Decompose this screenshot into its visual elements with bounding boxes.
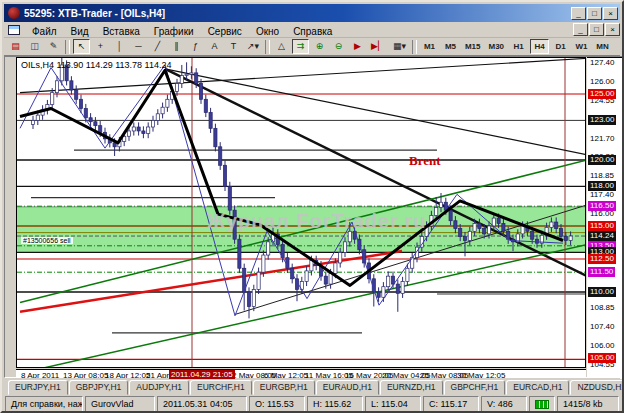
shift-end-button[interactable]: ▶▏ [368, 39, 388, 54]
cursor-hand-button[interactable]: ✎ [45, 39, 62, 54]
status-datetime: 2011.05.31 04:05 [157, 396, 247, 412]
menu-вид[interactable]: Вид [64, 25, 96, 38]
zoom-out-button[interactable]: ⊖ [330, 39, 347, 54]
symbol-tab-eurjpy[interactable]: EURJPY,H1 [8, 380, 68, 395]
symbol-tab-bar: EURJPY,H1GBPJPY,H1AUDJPY,H1EURCHF,H1EURG… [4, 378, 620, 395]
price-tick: 108.85 [590, 303, 614, 312]
menu-вставка[interactable]: Вставка [96, 25, 147, 38]
symbol-tab-euraud[interactable]: EURAUD,H1 [316, 380, 379, 395]
price-level-badge: 125.00 [588, 89, 616, 99]
crosshair-button[interactable]: + [92, 39, 109, 54]
chart-window: OILs,H4 113.90 114.29 113.78 114.24 Журн… [4, 56, 624, 378]
menu-окно[interactable]: Окно [249, 25, 286, 38]
text-button[interactable]: A [206, 39, 223, 54]
signal-icon [535, 400, 549, 409]
watermark: Журнал ForTrader.ru [207, 210, 426, 233]
menu-файл[interactable]: Файл [25, 25, 64, 38]
symbol-tab-eurnzd[interactable]: EURNZD,H1 [380, 380, 443, 395]
zoom-in-button[interactable]: ⊕ [311, 39, 328, 54]
fibonacci-button[interactable]: ƒ [187, 39, 204, 54]
price-level-badge: 115.00 [588, 221, 616, 231]
price-level-badge: 112.50 [588, 254, 616, 264]
price-level-badge: 110.00 [588, 287, 616, 297]
toolbar-separator [265, 40, 270, 54]
price-axis: 127.40126.00124.55121.70120.30118.85117.… [587, 57, 624, 379]
title-bar: 55295: XTB-Trader - [OILs,H4] _ □ × [4, 4, 620, 22]
toolbar-separator [412, 40, 417, 54]
chart-ohlc-header: OILs,H4 113.90 114.29 113.78 114.24 [21, 60, 171, 70]
order-label: #13500656 sell [21, 237, 73, 244]
timeframe-m30-button[interactable]: M30 [486, 39, 508, 54]
price-level-badge: 120.00 [588, 155, 616, 165]
timeframe-m15-button[interactable]: M15 [462, 39, 484, 54]
child-restore-button[interactable]: □ [589, 23, 604, 36]
app-icon [8, 7, 20, 19]
symbol-tab-eurgbp[interactable]: EURGBP,H1 [253, 380, 315, 395]
status-close: C: 115.17 [423, 396, 479, 412]
price-level-badge: 114.24 [588, 231, 616, 241]
price-tick: 127.40 [590, 58, 614, 67]
text-label-button[interactable]: T [225, 39, 242, 54]
status-high: H: 115.62 [307, 396, 363, 412]
time-highlight-badge: 2011.04.29 21:05 [169, 370, 235, 379]
price-tick: 126.00 [590, 77, 614, 86]
status-traffic: 1415/8 kb [557, 396, 619, 412]
vertical-line-button[interactable]: │ [111, 39, 128, 54]
indicators-dropdown-button[interactable]: ▦▾ [390, 39, 409, 54]
toolbar: ▤◫✎↖+│─╱∥ƒAT↗▾△⇉⊕⊖▶▶▏▦▾M1M5M15M30H1H4D1W… [4, 38, 620, 56]
timeframe-h1-button[interactable]: H1 [509, 39, 528, 54]
price-level-badge: 111.50 [588, 267, 615, 277]
toolbar-separator [65, 40, 70, 54]
price-level-badge: 118.00 [588, 181, 616, 191]
child-minimize-button[interactable]: _ [573, 23, 588, 36]
status-help: Для справки, нажмите F1 [5, 396, 83, 412]
status-low: L: 115.04 [365, 396, 421, 412]
status-volume: V: 486 [481, 396, 527, 412]
equidistant-channel-button[interactable]: ∥ [168, 39, 185, 54]
chart-window-icon[interactable] [8, 25, 20, 35]
timeframe-mn-button[interactable]: MN [593, 39, 612, 54]
child-close-button[interactable]: × [605, 23, 620, 36]
chart-plot[interactable]: OILs,H4 113.90 114.29 113.78 114.24 Журн… [16, 57, 586, 368]
price-tick: 106.00 [590, 341, 614, 350]
menu-сервис[interactable]: Сервис [201, 25, 249, 38]
symbol-tab-eurchf[interactable]: EURCHF,H1 [190, 380, 252, 395]
status-bar: Для справки, нажмите F1 GurovVlad 2011.0… [4, 395, 620, 413]
price-level-badge: 123.00 [588, 115, 616, 125]
brent-annotation: Brent [409, 153, 441, 169]
symbol-tab-audjpy[interactable]: AUDJPY,H1 [129, 380, 189, 395]
minimize-button[interactable]: _ [571, 7, 586, 20]
timeframe-h4-button[interactable]: H4 [530, 39, 549, 54]
symbol-tab-gbpchf[interactable]: GBPCHF,H1 [444, 380, 506, 395]
price-tick: 121.70 [590, 134, 614, 143]
timeframe-m1-button[interactable]: M1 [420, 39, 439, 54]
timeframe-m5-button[interactable]: M5 [441, 39, 460, 54]
symbol-tab-eurcad[interactable]: EURCAD,H1 [506, 380, 569, 395]
symbol-tab-gbpjpy[interactable]: GBPJPY,H1 [69, 380, 129, 395]
maximize-button[interactable]: □ [587, 7, 602, 20]
channel-tool-button[interactable]: △ [273, 39, 290, 54]
menu-справка[interactable]: Справка [286, 25, 339, 38]
price-tick: 107.40 [590, 322, 614, 331]
close-button[interactable]: × [603, 7, 618, 20]
profiles-button[interactable]: ◫ [26, 39, 43, 54]
price-level-badge: 105.00 [588, 353, 616, 363]
symbol-tab-nzdusd[interactable]: NZDUSD,H1 [570, 380, 624, 395]
new-chart-button[interactable]: ▤ [7, 39, 24, 54]
trendline-button[interactable]: ╱ [149, 39, 166, 54]
connection-status [529, 396, 555, 412]
timeframe-w1-button[interactable]: W1 [572, 39, 591, 54]
menu-bar: ФайлВидВставкаГрафикиСервисОкноСправка _… [4, 22, 620, 38]
xtb-trader-window: 55295: XTB-Trader - [OILs,H4] _ □ × Файл… [0, 0, 624, 413]
cursor-button[interactable]: ↖ [73, 39, 90, 54]
price-level-badge: 116.50 [588, 201, 616, 211]
horizontal-line-button[interactable]: ─ [130, 39, 147, 54]
arrows-dropdown-button[interactable]: ↗▾ [244, 39, 262, 54]
chart-shift-button[interactable]: ⇉ [292, 39, 309, 54]
timeframe-d1-button[interactable]: D1 [551, 39, 570, 54]
price-tick: 117.40 [590, 190, 614, 199]
window-title: 55295: XTB-Trader - [OILs,H4] [24, 8, 570, 19]
status-open: O: 115.53 [249, 396, 305, 412]
auto-scroll-button[interactable]: ▶ [349, 39, 366, 54]
menu-графики[interactable]: Графики [147, 25, 201, 38]
